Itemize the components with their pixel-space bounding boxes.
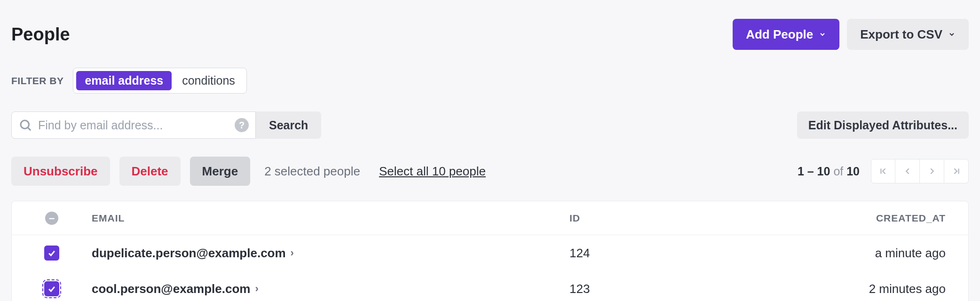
email-text: dupelicate.person@example.com xyxy=(92,246,286,261)
row-checkbox[interactable] xyxy=(44,246,59,261)
selected-count-text: 2 selected people xyxy=(264,164,360,179)
chevron-right-icon: › xyxy=(291,247,294,259)
unsubscribe-button[interactable]: Unsubscribe xyxy=(11,157,110,186)
add-people-label: Add People xyxy=(746,27,813,42)
check-icon xyxy=(47,248,56,258)
edit-displayed-attributes-button[interactable]: Edit Displayed Attributes... xyxy=(797,111,969,139)
last-page-icon xyxy=(951,166,962,176)
filter-tab-conditions[interactable]: conditions xyxy=(174,71,244,90)
cell-created-at: 2 minutes ago xyxy=(814,282,946,296)
chevron-right-icon: › xyxy=(255,283,258,295)
filter-toggle: email address conditions xyxy=(73,68,246,94)
merge-button[interactable]: Merge xyxy=(190,157,251,186)
cell-created-at: a minute ago xyxy=(814,246,946,261)
search-icon xyxy=(18,118,32,132)
table-header: – EMAIL ID CREATED_AT xyxy=(12,201,968,235)
header-actions: Add People Export to CSV xyxy=(733,19,969,50)
svg-line-1 xyxy=(28,128,31,131)
select-all-link[interactable]: Select all 10 people xyxy=(379,164,486,179)
add-people-button[interactable]: Add People xyxy=(733,19,839,50)
pager-next-button[interactable] xyxy=(920,159,944,183)
cell-id: 123 xyxy=(569,282,814,296)
filter-tab-email[interactable]: email address xyxy=(76,71,172,90)
export-csv-label: Export to CSV xyxy=(860,27,942,42)
search-box: ? xyxy=(11,111,256,139)
first-page-icon xyxy=(878,166,888,176)
column-header-created-at[interactable]: CREATED_AT xyxy=(814,213,946,224)
table-row[interactable]: cool.person@example.com › 123 2 minutes … xyxy=(12,271,968,301)
svg-point-0 xyxy=(21,120,29,129)
row-checkbox[interactable] xyxy=(44,281,59,296)
delete-button[interactable]: Delete xyxy=(119,157,181,186)
help-icon[interactable]: ? xyxy=(235,118,249,132)
pager-first-button[interactable] xyxy=(871,159,895,183)
chevron-down-icon xyxy=(948,31,956,38)
pagination-buttons xyxy=(871,159,969,183)
column-header-id[interactable]: ID xyxy=(569,213,814,224)
pagination-of: of xyxy=(830,165,846,178)
pagination-total: 10 xyxy=(846,165,860,178)
people-table: – EMAIL ID CREATED_AT dupelicate.person@… xyxy=(11,201,969,301)
search-input[interactable] xyxy=(38,119,235,132)
search-button[interactable]: Search xyxy=(256,111,321,139)
pagination-range: 1 – 10 xyxy=(798,165,830,178)
pager-last-button[interactable] xyxy=(944,159,969,183)
chevron-right-icon xyxy=(927,166,937,176)
chevron-left-icon xyxy=(902,166,913,176)
pager-prev-button[interactable] xyxy=(895,159,920,183)
export-csv-button[interactable]: Export to CSV xyxy=(847,19,969,50)
deselect-all-icon[interactable]: – xyxy=(45,212,58,225)
email-text: cool.person@example.com xyxy=(92,282,250,296)
chevron-down-icon xyxy=(819,31,826,38)
pagination: 1 – 10 of 10 xyxy=(798,159,969,183)
check-icon xyxy=(47,284,56,293)
filter-by-label: FILTER BY xyxy=(11,75,63,87)
page-title: People xyxy=(11,24,70,45)
bulk-actions: Unsubscribe Delete Merge 2 selected peop… xyxy=(11,157,486,186)
table-row[interactable]: dupelicate.person@example.com › 124 a mi… xyxy=(12,235,968,271)
search-group: ? Search xyxy=(11,111,321,139)
cell-email[interactable]: cool.person@example.com › xyxy=(92,282,569,296)
cell-id: 124 xyxy=(569,246,814,261)
pagination-text: 1 – 10 of 10 xyxy=(798,165,860,178)
column-header-email[interactable]: EMAIL xyxy=(92,213,569,224)
cell-email[interactable]: dupelicate.person@example.com › xyxy=(92,246,569,261)
